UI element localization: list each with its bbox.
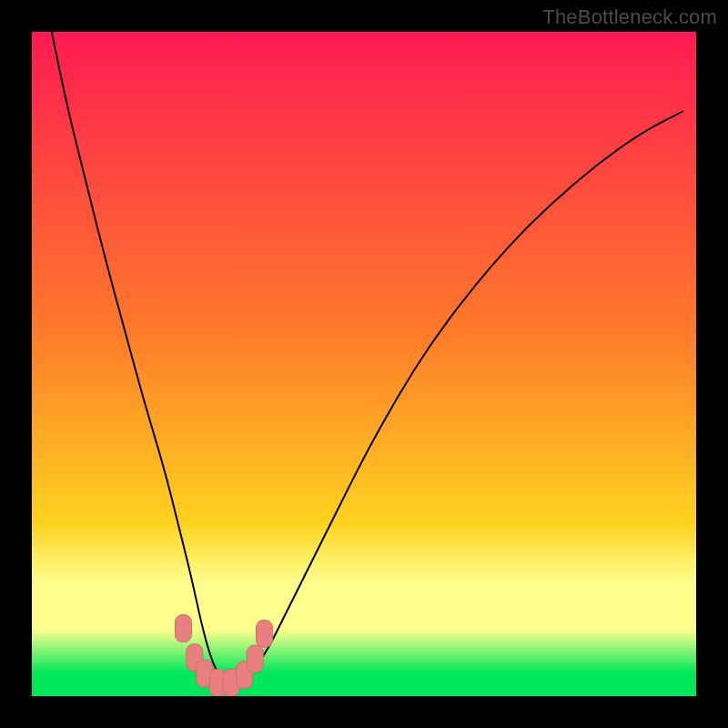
bottleneck-chart bbox=[32, 32, 696, 696]
chart-frame: TheBottleneck.com bbox=[0, 0, 728, 728]
watermark-text: TheBottleneck.com bbox=[542, 5, 717, 29]
curve-marker bbox=[247, 645, 263, 672]
curve-marker bbox=[175, 615, 191, 642]
plot-area bbox=[32, 32, 696, 696]
gradient-background bbox=[32, 32, 696, 696]
curve-marker bbox=[257, 620, 273, 647]
